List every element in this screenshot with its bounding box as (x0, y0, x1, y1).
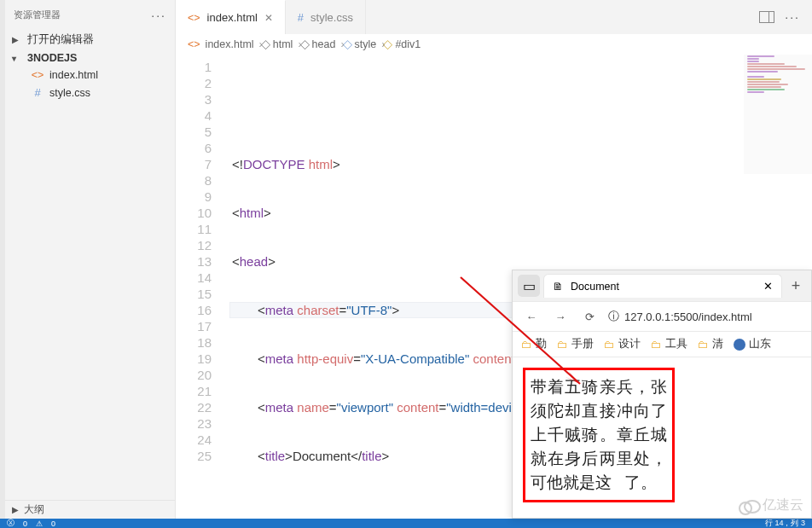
info-icon: ⓘ (608, 309, 619, 324)
bookmark-item[interactable]: 🗀清 (698, 337, 723, 351)
chevron-right-icon: › (259, 38, 263, 50)
url-text: 127.0.0.1:5500/index.html (624, 310, 752, 323)
crumb[interactable]: style (355, 38, 377, 50)
chevron-right-icon: › (381, 38, 385, 50)
html-file-icon: <> (188, 38, 200, 50)
file-item-index[interactable]: <> index.html (5, 67, 175, 84)
crumb[interactable]: head (312, 38, 336, 50)
html-file-icon: <> (31, 69, 44, 81)
bookmark-item[interactable]: 🗀设计 (604, 337, 641, 351)
tab-style-css[interactable]: # style.css (286, 0, 366, 34)
chevron-right-icon: ▶ (12, 35, 22, 44)
back-button[interactable]: ← (521, 306, 542, 327)
more-icon[interactable]: ··· (151, 9, 166, 22)
more-icon[interactable]: ··· (785, 10, 800, 24)
warning-count: 0 (51, 519, 55, 528)
browser-nav-bar: ← → ⟳ ⓘ 127.0.0.1:5500/index.html (513, 301, 811, 332)
close-icon[interactable]: ✕ (264, 12, 273, 24)
css-file-icon: # (31, 86, 44, 99)
folder-icon: 🗀 (521, 339, 532, 351)
folder-icon: 🗀 (651, 339, 662, 351)
editor-tab-bar: <> index.html ✕ # style.css ··· (176, 0, 812, 34)
errors-icon[interactable]: ⓧ (7, 518, 14, 528)
crumb[interactable]: index.html (206, 38, 254, 50)
chevron-right-icon: › (340, 38, 344, 50)
sidebar: 资源管理器 ··· ▶ 打开的编辑器 ▾ 3NODEJS <> index.ht… (5, 0, 176, 519)
error-count: 0 (23, 519, 27, 528)
crumb[interactable]: #div1 (395, 38, 420, 50)
line-gutter: 1234567891011121314151617181920212223242… (176, 55, 225, 519)
tab-index-html[interactable]: <> index.html ✕ (176, 0, 286, 34)
outline-section[interactable]: ▶ 大纲 (5, 500, 175, 519)
open-editors-section[interactable]: ▶ 打开的编辑器 (5, 30, 175, 49)
bookmark-item[interactable]: 🗀工具 (651, 337, 687, 351)
split-editor-icon[interactable] (759, 11, 774, 23)
status-bar: ⓧ0 ⚠0 行 14，列 3 (0, 519, 812, 528)
file-name: index.html (49, 69, 98, 81)
rendered-div1: 带着五骑亲兵，张须陀却直接冲向了上千贼骑。章丘城就在身后两里处，可他就是这 了。 (523, 368, 675, 502)
sidebar-title: 资源管理器 (14, 9, 61, 21)
open-editors-label: 打开的编辑器 (27, 32, 94, 47)
project-name: 3NODEJS (27, 52, 77, 64)
breadcrumb[interactable]: <> index.html › ⃟ html › ⃟ head › ⃟ styl… (176, 34, 812, 55)
bookmarks-bar: 🗀勤 🗀手册 🗀设计 🗀工具 🗀清 山东 (513, 332, 811, 357)
html-file-icon: <> (188, 12, 200, 24)
browser-window: ▭ 🗎 Document ✕ + ← → ⟳ ⓘ 127.0.0.1:5500/… (512, 270, 812, 519)
folder-icon: 🗀 (698, 339, 709, 351)
editor-actions: ··· (759, 10, 800, 24)
folder-icon: 🗀 (557, 339, 568, 351)
cloud-icon (739, 499, 759, 513)
css-file-icon: # (298, 11, 304, 24)
chevron-right-icon: ▶ (12, 505, 19, 514)
site-icon (734, 339, 745, 351)
bookmark-item[interactable]: 🗀手册 (557, 337, 594, 351)
address-bar[interactable]: ⓘ 127.0.0.1:5500/index.html (608, 309, 803, 324)
browser-tab-bar: ▭ 🗎 Document ✕ + (513, 270, 811, 301)
watermark: 亿速云 (739, 496, 803, 514)
tab-list-button[interactable]: ▭ (518, 275, 540, 297)
cursor-position[interactable]: 行 14，列 3 (765, 518, 805, 528)
reload-button[interactable]: ⟳ (579, 306, 600, 327)
folder-icon: 🗀 (604, 339, 615, 351)
chevron-down-icon: ▾ (12, 54, 22, 63)
project-section[interactable]: ▾ 3NODEJS (5, 49, 175, 67)
bookmark-item[interactable]: 山东 (734, 337, 771, 351)
outline-label: 大纲 (24, 502, 44, 517)
forward-button[interactable]: → (550, 306, 571, 327)
file-item-style[interactable]: # style.css (5, 84, 175, 102)
bookmark-item[interactable]: 🗀勤 (521, 337, 547, 351)
browser-tab[interactable]: 🗎 Document ✕ (543, 274, 782, 298)
crumb[interactable]: html (273, 38, 293, 50)
close-icon[interactable]: ✕ (763, 280, 773, 293)
page-icon: 🗎 (553, 281, 564, 293)
warnings-icon[interactable]: ⚠ (36, 519, 43, 528)
tab-label: index.html (207, 11, 258, 24)
new-tab-button[interactable]: + (786, 277, 806, 295)
browser-tab-title: Document (571, 281, 619, 293)
chevron-right-icon: › (298, 38, 301, 50)
file-name: style.css (49, 87, 90, 99)
tab-label: style.css (310, 11, 353, 24)
watermark-text: 亿速云 (763, 496, 803, 514)
browser-viewport: 带着五骑亲兵，张须陀却直接冲向了上千贼骑。章丘城就在身后两里处，可他就是这 了。 (513, 357, 811, 513)
